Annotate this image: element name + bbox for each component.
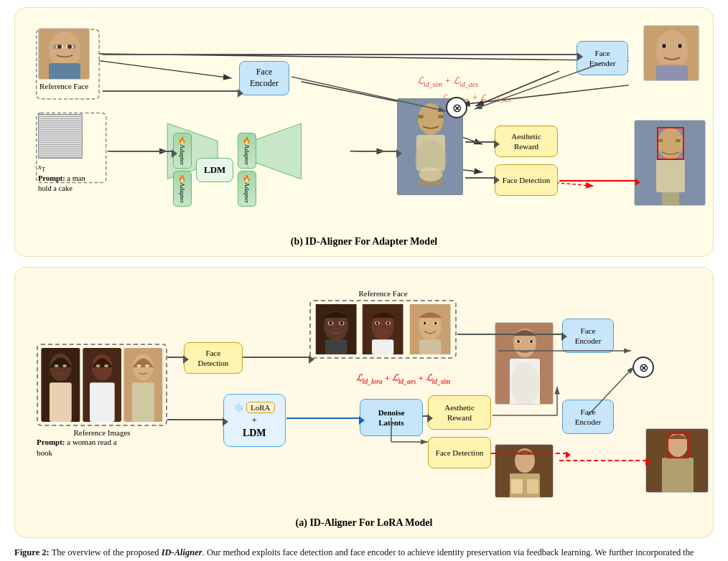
output-face-top xyxy=(643,25,699,81)
svg-rect-33 xyxy=(49,63,80,80)
noise-prompt-box: xT Prompt: a manhold a cake xyxy=(38,114,85,194)
prompt-label-top: Prompt: xyxy=(38,174,65,182)
reference-face-group-bottom: Reference Face xyxy=(309,289,457,359)
output-scene-top xyxy=(634,120,706,206)
reference-images-label: Reference Images xyxy=(37,428,167,437)
svg-line-119 xyxy=(588,367,634,415)
lora-model-diagram: Reference Images Prompt: a woman read ab… xyxy=(14,267,714,538)
svg-point-68 xyxy=(104,364,108,367)
svg-line-57 xyxy=(291,77,446,111)
svg-rect-48 xyxy=(656,65,688,81)
face-detection-bottom: FaceDetection xyxy=(184,342,243,374)
svg-rect-64 xyxy=(50,382,72,422)
svg-point-62 xyxy=(55,364,59,367)
figure-caption: Figure 2: The overview of the proposed I… xyxy=(14,545,714,561)
svg-point-94 xyxy=(434,322,437,325)
adapter-model-title: (b) ID-Aligner For Adapter Model xyxy=(29,233,699,248)
svg-rect-54 xyxy=(662,192,679,206)
prompt-box-bottom: Prompt: a woman read abook xyxy=(37,437,117,459)
svg-rect-111 xyxy=(662,458,694,493)
face-detection-2-bottom: Face Detection xyxy=(428,437,491,468)
output-scene-bottom xyxy=(645,428,709,493)
svg-point-46 xyxy=(662,44,666,48)
svg-point-87 xyxy=(387,322,390,325)
lora-ldm-box: ❄️ LoRA + LDM xyxy=(223,394,286,447)
svg-rect-53 xyxy=(656,159,685,192)
face-detection-box-top: Face Detection xyxy=(495,164,558,196)
svg-rect-108 xyxy=(527,479,538,494)
svg-point-80 xyxy=(340,321,343,325)
svg-point-86 xyxy=(376,322,379,325)
svg-line-59 xyxy=(475,62,604,109)
svg-rect-51 xyxy=(658,139,663,142)
svg-point-73 xyxy=(146,364,150,367)
svg-point-31 xyxy=(57,44,62,49)
svg-rect-74 xyxy=(132,382,154,422)
reference-face-label: Reference Face xyxy=(38,82,90,90)
reference-images-group: Reference Images xyxy=(37,344,167,437)
svg-point-32 xyxy=(67,44,72,49)
svg-rect-52 xyxy=(676,139,681,142)
ldm-bowtie: 🔥Adapter 🔥Adapter LDM 🔥Adapter 🔥Adapter xyxy=(173,133,256,207)
svg-point-47 xyxy=(678,44,682,48)
svg-rect-107 xyxy=(511,479,523,494)
svg-point-79 xyxy=(329,321,332,325)
svg-line-7 xyxy=(556,183,594,187)
figure-num: Figure 2: xyxy=(14,547,50,557)
svg-rect-95 xyxy=(419,339,441,354)
aesthetic-reward-box-top: Aesthetic Reward xyxy=(495,126,558,157)
caption-text: The overview of the proposed ID-Aligner.… xyxy=(14,547,694,561)
svg-rect-88 xyxy=(372,339,393,354)
svg-line-2 xyxy=(99,61,231,78)
svg-point-63 xyxy=(62,364,67,367)
adapter-model-diagram: x T ⊗ ℒ id_sim + ℒ id_aes xyxy=(14,7,714,257)
lora-model-title: (a) ID-Aligner For LoRA Model xyxy=(29,514,699,529)
svg-point-41 xyxy=(419,167,442,182)
svg-rect-81 xyxy=(325,339,347,354)
svg-point-67 xyxy=(95,364,100,367)
reference-face-image: Reference Face xyxy=(38,28,90,90)
svg-marker-16 xyxy=(253,123,302,179)
svg-point-61 xyxy=(50,354,72,382)
svg-rect-69 xyxy=(90,382,115,422)
svg-point-72 xyxy=(137,364,141,367)
svg-point-93 xyxy=(423,322,426,325)
